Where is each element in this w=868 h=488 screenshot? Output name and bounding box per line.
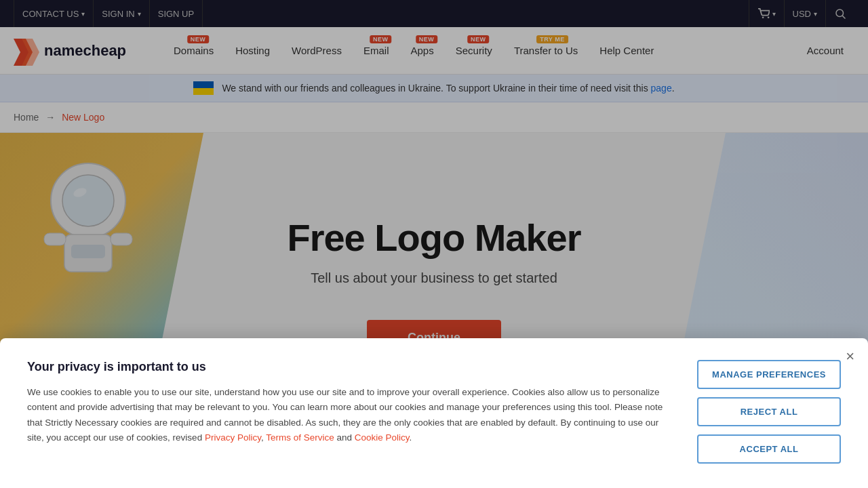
- cookie-modal-left: Your privacy is important to us We use c…: [27, 360, 670, 464]
- cookie-title: Your privacy is important to us: [27, 360, 670, 374]
- accept-all-button[interactable]: ACCEPT ALL: [697, 434, 841, 464]
- cookie-modal-buttons: MANAGE PREFERENCES REJECT ALL ACCEPT ALL: [697, 360, 841, 464]
- cookie-text: We use cookies to enable you to use our …: [27, 385, 670, 445]
- cookie-modal-overlay: × Your privacy is important to us We use…: [0, 0, 868, 488]
- terms-link[interactable]: Terms of Service: [266, 432, 334, 443]
- reject-all-button[interactable]: REJECT ALL: [697, 397, 841, 426]
- manage-preferences-button[interactable]: MANAGE PREFERENCES: [697, 360, 841, 389]
- cookie-close-button[interactable]: ×: [846, 349, 854, 364]
- privacy-policy-link[interactable]: Privacy Policy: [205, 432, 261, 443]
- cookie-policy-link[interactable]: Cookie Policy: [355, 432, 410, 443]
- cookie-modal: × Your privacy is important to us We use…: [0, 338, 868, 488]
